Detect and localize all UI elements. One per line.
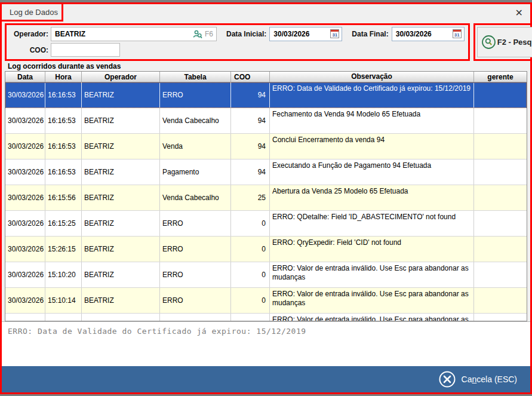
cell-hora: 15:26:15 [45, 237, 82, 262]
table-header: Data Hora Operador Tabela COO Observação… [5, 72, 527, 82]
log-de-dados-dialog: Log de Dados ✕ Operador: BEATRIZ [0, 2, 532, 394]
cell-observacao: ERRO: QDetalhe: Field 'ID_ABASTECIMENTO'… [270, 211, 474, 236]
user-search-icon[interactable] [192, 29, 202, 39]
column-header-operador[interactable]: Operador [82, 72, 160, 82]
cell-observacao: Fechamento da Venda 94 Modelo 65 Efetuad… [270, 108, 474, 133]
column-header-coo[interactable]: COO [231, 72, 270, 82]
cell-data: 30/03/2026 [5, 159, 45, 185]
title-annotation-box: Log de Dados [0, 2, 63, 22]
coo-input[interactable] [51, 43, 120, 57]
status-message: ERRO: Data de Validade do Certificado já… [2, 322, 530, 336]
calendar-icon[interactable]: 31 [453, 29, 462, 38]
cell-hora: 16:15:56 [45, 185, 82, 210]
cell-operador: BEATRIZ [82, 82, 160, 108]
cell-data: 30/03/2026 [5, 262, 45, 287]
column-header-observacao[interactable]: Observação [270, 72, 474, 82]
cell-data: 30/03/2026 [5, 82, 45, 108]
search-icon [481, 35, 496, 50]
cell-operador: BEATRIZ [82, 211, 160, 236]
table-row[interactable]: 30/03/202616:16:53BEATRIZPagamento94Exec… [5, 159, 527, 185]
cell-coo: 25 [231, 185, 270, 210]
column-header-gerente[interactable]: gerente [474, 72, 527, 82]
cell-gerente [474, 82, 527, 108]
filter-line-2: COO: [9, 42, 465, 57]
cell-coo: 94 [231, 82, 270, 108]
search-button-label: F2 - Pesquisar [497, 38, 532, 47]
footer-bar: Cancela (ESC) [2, 366, 530, 392]
cell-coo: 0 [231, 288, 270, 313]
cell-operador: BEATRIZ [82, 262, 160, 287]
data-inicial-label: Data Inicial: [226, 30, 266, 38]
data-inicial-input[interactable]: 30/03/2026 31 [269, 27, 342, 41]
cell-hora: 16:16:53 [45, 159, 82, 185]
table-row[interactable]: 30/03/202616:16:53BEATRIZERRO94ERRO: Dat… [5, 82, 527, 108]
cell-gerente [474, 262, 527, 287]
cancel-button[interactable]: Cancela (ESC) [438, 370, 517, 388]
filter-annotation-box: Operador: BEATRIZ F6 Data Inicial: [5, 23, 470, 61]
group-box-label: Log ocorridos durante as vendas [8, 62, 530, 70]
column-header-data[interactable]: Data [5, 72, 45, 82]
cell-observacao: ERRO: Data de Validade do Certificado já… [270, 82, 474, 108]
status-panel: ERRO: Data de Validade do Certificado já… [2, 321, 530, 366]
cell-hora: 16:16:53 [45, 82, 82, 108]
cell-tabela: Venda Cabecalho [160, 108, 231, 133]
cell-observacao: ERRO: Valor de entrada inválido. Use Esc… [270, 314, 474, 321]
cell-coo: 0 [231, 237, 270, 262]
cell-coo: 0 [231, 262, 270, 287]
cell-gerente [474, 159, 527, 185]
cell-data: 30/03/2026 [5, 211, 45, 236]
coo-label: COO: [9, 46, 48, 54]
cell-observacao: ERRO: QryExpedir: Field 'CID' not found [270, 237, 474, 262]
cell-data: 30/03/2026 [5, 185, 45, 210]
cancel-icon [438, 370, 456, 388]
table-row[interactable]: 30/03/202616:16:53BEATRIZVenda Cabecalho… [5, 108, 527, 134]
close-icon[interactable]: ✕ [515, 8, 523, 19]
table-row[interactable]: 30/03/202616:16:53BEATRIZVenda94Conclui … [5, 134, 527, 159]
search-button[interactable]: F2 - Pesquisar [477, 27, 532, 57]
cell-tabela: ERRO [160, 82, 231, 108]
cancel-label: Cancela (ESC) [462, 374, 517, 384]
cell-gerente [474, 108, 527, 133]
operador-hotkey-label: F6 [205, 30, 213, 38]
cell-observacao: Conclui Encerramento da venda 94 [270, 134, 474, 159]
table-row-partial[interactable]: ERRO: Valor de entrada inválido. Use Esc… [5, 314, 527, 321]
calendar-day: 31 [331, 32, 339, 38]
search-annotation-box: F2 - Pesquisar [473, 23, 532, 61]
cell-tabela: ERRO [160, 237, 231, 262]
cell-data: 30/03/2026 [5, 237, 45, 262]
data-final-value: 30/03/2026 [396, 30, 453, 38]
cell-data: 30/03/2026 [5, 288, 45, 313]
operador-label: Operador: [9, 30, 48, 38]
data-final-input[interactable]: 30/03/2026 31 [392, 27, 465, 41]
operador-input[interactable]: BEATRIZ F6 [51, 27, 217, 41]
cell-hora: 16:15:25 [45, 211, 82, 236]
cell-data: 30/03/2026 [5, 108, 45, 133]
calendar-icon[interactable]: 31 [330, 29, 339, 38]
cell-tabela: Venda Cabecalho [160, 185, 231, 210]
cell-gerente [474, 237, 527, 262]
table-row[interactable]: 30/03/202615:10:20BEATRIZERRO0ERRO: Valo… [5, 262, 527, 288]
cell-gerente [474, 288, 527, 313]
table-row[interactable]: 30/03/202615:26:15BEATRIZERRO0ERRO: QryE… [5, 237, 527, 262]
cell-gerente [474, 134, 527, 159]
column-header-hora[interactable]: Hora [45, 72, 82, 82]
cell-operador: BEATRIZ [82, 108, 160, 133]
cell-coo: 94 [231, 108, 270, 133]
table-row[interactable]: 30/03/202616:15:56BEATRIZVenda Cabecalho… [5, 185, 527, 211]
cell-gerente [474, 185, 527, 210]
cell-tabela: ERRO [160, 288, 231, 313]
cell-tabela: ERRO [160, 211, 231, 236]
cell-observacao: Executando a Função de Pagamento 94 Efet… [270, 159, 474, 185]
cell-tabela: Pagamento [160, 159, 231, 185]
cell-coo: 94 [231, 159, 270, 185]
cell-tabela: Venda [160, 134, 231, 159]
table-row[interactable]: 30/03/202615:10:14BEATRIZERRO0ERRO: Valo… [5, 288, 527, 314]
page-title: Log de Dados [10, 8, 58, 17]
cell-operador: BEATRIZ [82, 237, 160, 262]
column-header-tabela[interactable]: Tabela [160, 72, 231, 82]
data-inicial-value: 30/03/2026 [273, 30, 330, 38]
data-final-label: Data Final: [352, 30, 388, 38]
cell-operador: BEATRIZ [82, 288, 160, 313]
cell-data: 30/03/2026 [5, 134, 45, 159]
table-row[interactable]: 30/03/202616:15:25BEATRIZERRO0ERRO: QDet… [5, 211, 527, 237]
